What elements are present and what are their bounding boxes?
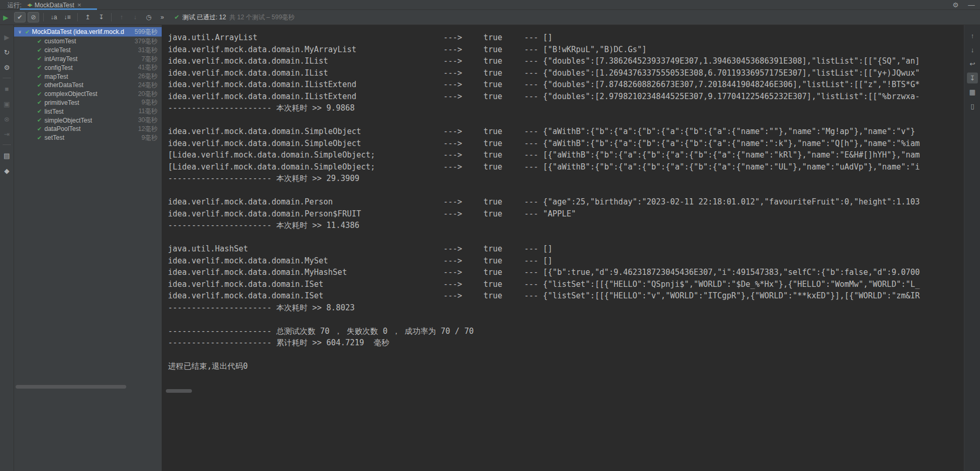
test-name: circleTest bbox=[44, 46, 138, 54]
arrow-text: ---> bbox=[443, 126, 483, 138]
test-runner-toolbar: ▶ ✔⊘↓a↓≡↥↧↑↓◷» ✔ 测试 已通过: 12 共 12 个测试 – 5… bbox=[0, 10, 980, 25]
test-tree-item[interactable]: ✔ otherDataTest 24毫秒 bbox=[14, 81, 162, 90]
test-tree-item[interactable]: ✔ simpleObjectTest 30毫秒 bbox=[14, 116, 162, 125]
gear-icon[interactable]: ⚙ bbox=[952, 1, 959, 9]
test-settings-wrench-icon[interactable]: ⚙ bbox=[2, 63, 12, 72]
arrow-text: ---> bbox=[443, 279, 483, 291]
chevron-down-icon[interactable]: ∨ bbox=[16, 29, 23, 34]
close-tab-icon[interactable]: × bbox=[77, 1, 81, 9]
result-value: --- {"doubles":[1.2694376337555053E308,6… bbox=[524, 67, 961, 79]
next-failed-test-button: ↓ bbox=[129, 12, 141, 22]
arrow-text: ---> bbox=[443, 208, 483, 220]
scroll-to-end-icon[interactable]: ↧ bbox=[967, 73, 978, 83]
test-tree-item[interactable]: ✔ circleTest 31毫秒 bbox=[14, 46, 162, 55]
test-passed-icon: ✔ bbox=[37, 108, 42, 115]
clear-console-icon[interactable]: ▯ bbox=[967, 101, 978, 112]
console-horizontal-scrollbar[interactable] bbox=[166, 389, 192, 393]
tree-root-duration: 599毫秒 bbox=[135, 28, 158, 37]
test-tree-item[interactable]: ✔ listTest 11毫秒 bbox=[14, 107, 162, 116]
console-result-line: java.util.ArrayList ---> true --- [] bbox=[168, 32, 961, 44]
test-tree-item[interactable]: ✔ dataPoolTest 12毫秒 bbox=[14, 125, 162, 134]
status-summary-text: 共 12 个测试 – 599毫秒 bbox=[229, 13, 294, 22]
test-tree-item[interactable]: ✔ intArrayTest 7毫秒 bbox=[14, 55, 162, 64]
test-tree-item[interactable]: ✔ configTest 41毫秒 bbox=[14, 63, 162, 72]
expand-all-button[interactable]: ↥ bbox=[82, 12, 93, 22]
sort-by-duration-button[interactable]: ↓≡ bbox=[62, 12, 73, 22]
sort-alphabetically-button[interactable]: ↓a bbox=[48, 12, 59, 22]
test-tree-item[interactable]: ✔ primitiveTest 9毫秒 bbox=[14, 99, 162, 107]
show-ignored-toggle[interactable]: ⊘ bbox=[28, 12, 39, 22]
toolbar-separator bbox=[43, 13, 44, 21]
class-name: [Lidea.verlif.mock.data.domain.SimpleObj… bbox=[168, 149, 443, 161]
test-tree-item[interactable]: ✔ complexObjectTest 20毫秒 bbox=[14, 90, 162, 99]
arrow-text: ---> bbox=[443, 79, 483, 91]
test-name: setTest bbox=[44, 134, 141, 141]
pin-tab-icon[interactable]: ◆ bbox=[2, 166, 12, 175]
console-text-line: ---------------------- 本次耗时 >> 8.8023 bbox=[168, 302, 961, 314]
collapse-all-button[interactable]: ↧ bbox=[95, 12, 107, 22]
console-result-line: [Lidea.verlif.mock.data.domain.SimpleObj… bbox=[168, 161, 961, 173]
test-passed-icon: ✔ bbox=[37, 135, 42, 141]
scroll-down-icon[interactable]: ↓ bbox=[967, 44, 978, 55]
arrow-text: ---> bbox=[443, 32, 483, 44]
test-history-button[interactable]: ◷ bbox=[143, 12, 154, 22]
console-blank-line bbox=[168, 232, 961, 244]
print-icon[interactable]: ▦ bbox=[967, 87, 978, 98]
tab-title: MockDataTest bbox=[34, 2, 74, 9]
minimize-icon[interactable]: — bbox=[968, 1, 975, 9]
result-flag: true bbox=[483, 208, 524, 220]
result-value: --- {"age":25,"birthday":"2023-02-11 22:… bbox=[524, 196, 961, 208]
run-button[interactable]: ▶ bbox=[3, 14, 8, 21]
test-status-bar: ✔ 测试 已通过: 12 共 12 个测试 – 599毫秒 bbox=[174, 13, 295, 22]
test-passed-icon: ✔ bbox=[37, 38, 42, 45]
ide-run-tool-window: 运行: ◀▶ MockDataTest × ⚙ — ▶ ✔⊘↓a↓≡↥↧↑↓◷»… bbox=[0, 0, 980, 471]
layout-panes-icon[interactable]: ▤ bbox=[2, 151, 12, 160]
result-flag: true bbox=[483, 196, 524, 208]
console-right-toolbar: ↑↓↩↧▦▯ bbox=[964, 25, 980, 471]
result-value: --- ["B!wKRpuL","B)DC.Gs"] bbox=[524, 44, 961, 56]
arrow-text: ---> bbox=[443, 91, 483, 103]
run-window-left-toolbar: ▶↻⚙■▣⊗⇥▤◆ bbox=[0, 25, 14, 471]
test-passed-icon: ✔ bbox=[37, 73, 42, 80]
result-flag: true bbox=[483, 243, 524, 255]
arrow-text: ---> bbox=[443, 196, 483, 208]
rerun-icon[interactable]: ↻ bbox=[2, 47, 12, 57]
result-value: --- {"aWithB":{"b":{"a":{"b":{"a":{"b":{… bbox=[524, 138, 961, 150]
show-passed-toggle[interactable]: ✔ bbox=[14, 12, 26, 22]
result-flag: true bbox=[483, 126, 524, 138]
test-tree-item[interactable]: ✔ setTest 9毫秒 bbox=[14, 134, 162, 142]
test-passed-icon: ✔ bbox=[37, 82, 42, 89]
test-name: mapTest bbox=[44, 73, 138, 80]
attach-exit-icon: ⇥ bbox=[2, 129, 12, 139]
run-tab-bar: 运行: ◀▶ MockDataTest × ⚙ — bbox=[0, 0, 980, 10]
console-result-line: idea.verlif.mock.data.domain.ISet ---> t… bbox=[168, 279, 961, 291]
console-result-line: [Lidea.verlif.mock.data.domain.SimpleObj… bbox=[168, 149, 961, 161]
more-actions-button[interactable]: » bbox=[156, 12, 168, 22]
tree-horizontal-scrollbar[interactable] bbox=[16, 385, 126, 389]
console-result-line: idea.verlif.mock.data.domain.MyArrayList… bbox=[168, 44, 961, 56]
test-passed-icon: ✔ bbox=[37, 126, 42, 132]
test-passed-icon: ✔ bbox=[37, 91, 42, 98]
rerun-failed-tests-icon: ▶ bbox=[2, 32, 12, 42]
test-duration: 9毫秒 bbox=[141, 98, 158, 107]
test-tree-item[interactable]: ✔ customTest 379毫秒 bbox=[14, 37, 162, 46]
test-duration: 7毫秒 bbox=[141, 55, 158, 64]
scroll-up-icon[interactable]: ↑ bbox=[967, 30, 978, 41]
console-result-line: idea.verlif.mock.data.domain.IListExtend… bbox=[168, 91, 961, 103]
class-name: idea.verlif.mock.data.domain.MyArrayList bbox=[168, 44, 443, 56]
tree-root-row[interactable]: ∨ ✔ MockDataTest (idea.verlif.mock.d 599… bbox=[14, 27, 162, 37]
class-name: java.util.ArrayList bbox=[168, 32, 443, 44]
test-duration: 20毫秒 bbox=[138, 90, 158, 99]
arrow-text: ---> bbox=[443, 67, 483, 79]
result-value: --- [] bbox=[524, 32, 961, 44]
test-tree-item[interactable]: ✔ mapTest 26毫秒 bbox=[14, 72, 162, 81]
result-flag: true bbox=[483, 161, 524, 173]
test-passed-icon: ✔ bbox=[37, 55, 42, 62]
result-flag: true bbox=[483, 67, 524, 79]
soft-wrap-icon[interactable]: ↩ bbox=[967, 58, 978, 69]
class-name: idea.verlif.mock.data.domain.SimpleObjec… bbox=[168, 126, 443, 138]
result-value: --- {"listSet":[[{"HELLO":"v","WORLD":"I… bbox=[524, 290, 961, 302]
console-result-line: idea.verlif.mock.data.domain.Person$FRUI… bbox=[168, 208, 961, 220]
console-result-line: idea.verlif.mock.data.domain.ISet ---> t… bbox=[168, 290, 961, 302]
result-flag: true bbox=[483, 149, 524, 161]
